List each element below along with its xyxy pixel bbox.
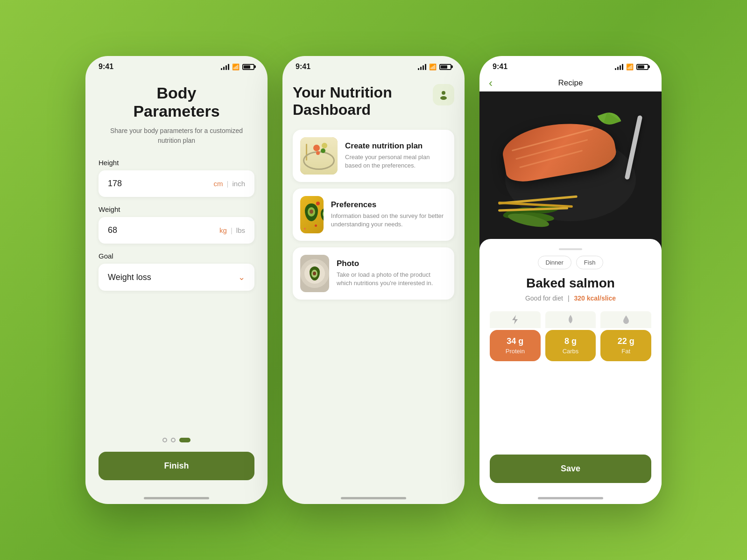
fat-card: 22 g Fat <box>600 330 651 361</box>
home-indicator-2 <box>341 497 406 499</box>
weight-unit-kg[interactable]: kg <box>219 226 227 234</box>
recipe-hero-image <box>479 91 662 250</box>
wifi-icon-1: 📶 <box>232 63 240 70</box>
carbs-value: 8 g <box>564 336 577 346</box>
card3-desc: Take or load a photo of the product whic… <box>337 271 447 287</box>
card-nutrition-plan[interactable]: Create nutrition plan Create your person… <box>293 130 454 182</box>
weight-value: 68 <box>108 225 117 235</box>
goal-dropdown[interactable]: Weight loss ⌄ <box>99 264 254 291</box>
weight-unit-lbs[interactable]: lbs <box>236 226 245 234</box>
height-input[interactable]: 178 cm | inch <box>99 170 254 197</box>
calorie-value: 320 kcal/slice <box>574 294 616 302</box>
tag-fish: Fish <box>576 256 604 269</box>
photo-text: Photo Take or load a photo of the produc… <box>337 259 447 287</box>
status-icons-3: 📶 <box>615 63 648 70</box>
dot-2 <box>171 438 176 442</box>
nutrition-plan-image <box>300 137 338 175</box>
protein-card: 34 g Protein <box>490 330 541 361</box>
svg-point-0 <box>442 91 445 95</box>
signal-icon-1 <box>221 63 229 70</box>
avatar-button[interactable] <box>433 84 454 105</box>
dot-3-active <box>179 438 190 442</box>
status-time-3: 9:41 <box>493 63 507 71</box>
battery-icon-3 <box>636 64 648 70</box>
home-indicator-3 <box>538 497 603 499</box>
nutrition-cards: 34 g Protein 8 g Carbs 22 g Fat <box>490 330 651 361</box>
carbs-label: Carbs <box>563 348 579 355</box>
protein-icon-slot <box>490 311 541 328</box>
nutrition-plan-text: Create nutrition plan Create your person… <box>345 141 447 170</box>
recipe-details: Dinner Fish Baked salmon Good for diet |… <box>479 239 662 497</box>
fat-label: Fat <box>621 348 630 355</box>
recipe-tags: Dinner Fish <box>490 256 651 269</box>
recipe-nav-title: Recipe <box>558 78 583 88</box>
carbs-card: 8 g Carbs <box>545 330 596 361</box>
height-unit-cm[interactable]: cm <box>214 180 223 188</box>
card-preferences[interactable]: Preferences Information based on the sur… <box>293 189 454 241</box>
recipe-meta: Good for diet | 320 kcal/slice <box>490 294 651 302</box>
card1-desc: Create your personal meal plan based on … <box>345 153 447 170</box>
height-unit-inch[interactable]: inch <box>232 180 245 188</box>
back-button[interactable]: ‹ <box>489 77 493 90</box>
status-bar-3: 9:41 📶 <box>479 56 662 75</box>
save-button[interactable]: Save <box>490 455 651 483</box>
body-params-content: Body Parameters Share your body paramete… <box>85 75 268 497</box>
signal-icon-3 <box>615 63 623 70</box>
recipe-inner: 9:41 📶 ‹ Recipe <box>479 56 662 497</box>
wifi-icon-3: 📶 <box>626 63 634 70</box>
goal-value: Weight loss <box>108 273 151 282</box>
card2-desc: Information based on the survey for bett… <box>331 212 447 229</box>
status-bar-1: 9:41 📶 <box>85 56 268 75</box>
preferences-image <box>300 196 324 233</box>
signal-icon-2 <box>418 63 426 70</box>
dashboard-header: Your Nutrition Dashboard <box>293 84 454 119</box>
tag-dinner: Dinner <box>538 256 571 269</box>
phone-recipe: 9:41 📶 ‹ Recipe <box>479 56 662 504</box>
height-label: Height <box>99 159 254 167</box>
status-icons-2: 📶 <box>418 63 451 70</box>
recipe-navbar: ‹ Recipe <box>479 75 662 91</box>
carbs-icon-slot <box>545 311 596 328</box>
diet-label: Good for diet <box>525 294 563 302</box>
battery-icon-1 <box>242 64 254 70</box>
dashboard-content: Your Nutrition Dashboard <box>282 75 465 497</box>
card-photo[interactable]: Photo Take or load a photo of the produc… <box>293 247 454 300</box>
home-indicator-1 <box>144 497 209 499</box>
phone-body-parameters: 9:41 📶 Body Parameters Share your body p… <box>85 56 268 504</box>
card3-title: Photo <box>337 259 447 268</box>
droplet-icon <box>621 314 631 325</box>
status-bar-2: 9:41 📶 <box>282 56 465 75</box>
photo-image <box>300 255 329 292</box>
nutrition-icons-row <box>490 311 651 328</box>
card2-title: Preferences <box>331 200 447 210</box>
svg-marker-2 <box>512 315 518 324</box>
goal-label: Goal <box>99 252 254 260</box>
height-unit-toggle[interactable]: cm | inch <box>214 180 245 188</box>
fat-icon-slot <box>600 311 651 328</box>
flame-icon-carbs <box>566 314 575 325</box>
page-subtitle-1: Share your body parameters for a customi… <box>99 126 254 146</box>
user-icon <box>438 89 449 100</box>
lightning-icon <box>510 314 520 325</box>
status-time-2: 9:41 <box>296 63 310 71</box>
card1-title: Create nutrition plan <box>345 141 447 151</box>
wifi-icon-2: 📶 <box>429 63 437 70</box>
protein-label: Protein <box>506 348 525 355</box>
status-time-1: 9:41 <box>99 63 113 71</box>
dot-1 <box>162 438 167 442</box>
preferences-text: Preferences Information based on the sur… <box>331 200 447 229</box>
battery-icon-2 <box>439 64 451 70</box>
dashboard-title: Your Nutrition Dashboard <box>293 84 427 119</box>
weight-input[interactable]: 68 kg | lbs <box>99 217 254 244</box>
status-icons-1: 📶 <box>221 63 254 70</box>
weight-label: Weight <box>99 205 254 213</box>
fat-value: 22 g <box>618 336 634 346</box>
recipe-title: Baked salmon <box>490 276 651 291</box>
page-title-1: Body Parameters <box>99 84 254 120</box>
protein-value: 34 g <box>507 336 523 346</box>
height-value: 178 <box>108 179 122 189</box>
finish-button[interactable]: Finish <box>99 452 254 480</box>
weight-unit-toggle[interactable]: kg | lbs <box>219 226 245 234</box>
pagination-dots <box>99 438 254 442</box>
svg-point-1 <box>440 96 447 100</box>
